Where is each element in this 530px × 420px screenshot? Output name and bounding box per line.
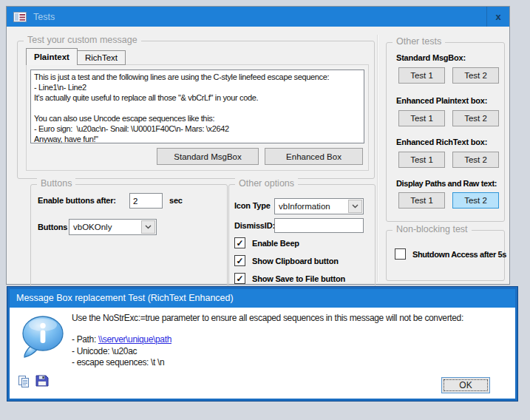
plaintext-test1-button[interactable]: Test 1 — [398, 110, 445, 126]
enable-after-input[interactable] — [129, 193, 163, 209]
standard-msgbox-section-label: Standard MsgBox: — [396, 53, 466, 62]
sec-label: sec — [169, 196, 183, 205]
group-nonblocking-label: Non-blocking test — [393, 224, 472, 234]
message-text-input[interactable]: This is just a test and the following li… — [30, 70, 364, 143]
dismissid-label: DismissID: — [234, 221, 275, 230]
tab-page-plaintext: This is just a test and the following li… — [26, 64, 369, 171]
msgbox-body: Use the NoStrExc:=true parameter to ensu… — [10, 308, 515, 399]
window-title: Tests — [33, 12, 55, 22]
enable-after-label: Enable buttons after: — [38, 196, 116, 205]
shutdown-row: Shutdown Access after 5s — [395, 248, 506, 260]
ok-button[interactable]: OK — [441, 377, 490, 393]
screen: Tests x Test your custom message Plainte… — [0, 0, 530, 420]
tests-window: Tests x Test your custom message Plainte… — [6, 6, 510, 285]
shutdown-label: Shutdown Access after 5s — [412, 250, 506, 259]
enhanced-plaintext-section-label: Enhanced Plaintext box: — [396, 96, 487, 105]
icon-type-combo-value: vbInformation — [279, 202, 330, 211]
dismissid-input[interactable] — [274, 218, 364, 233]
standard-msgbox-button[interactable]: Standard MsgBox — [157, 148, 259, 165]
chevron-down-icon[interactable] — [141, 220, 155, 234]
show-clipboard-row: ✓ Show Clipboard button — [234, 255, 339, 266]
group-buttons-label: Buttons — [37, 178, 75, 189]
show-save-row: ✓ Show Save to File button — [234, 273, 345, 284]
show-save-checkbox[interactable]: ✓ — [234, 273, 245, 284]
msgbox-titlebar: Message Box replacement Test (RichText E… — [10, 289, 515, 308]
standard-test2-button[interactable]: Test 2 — [452, 67, 499, 84]
buttons-combo[interactable]: vbOKOnly — [69, 219, 157, 235]
path-prefix: - Path: — [72, 334, 98, 345]
msgbox-intro-text: Use the NoStrExc:=true parameter to ensu… — [72, 313, 463, 323]
path-link[interactable]: \\server\unique\path — [98, 334, 171, 345]
msgbox-path-line: - Path: \\server\unique\path — [72, 334, 171, 345]
enhanced-box-button[interactable]: Enhanced Box — [265, 148, 363, 165]
tab-plaintext[interactable]: Plaintext — [26, 48, 78, 65]
paths-test2-button[interactable]: Test 2 — [452, 192, 499, 209]
display-paths-section-label: Display Paths and Raw text: — [396, 179, 497, 188]
chevron-down-icon[interactable] — [348, 200, 362, 213]
tab-strip: Plaintext RichText — [26, 48, 126, 65]
richtext-test1-button[interactable]: Test 1 — [398, 152, 445, 168]
close-icon[interactable]: x — [486, 7, 509, 27]
save-icon[interactable] — [35, 374, 49, 387]
show-save-label: Show Save to File button — [252, 274, 345, 283]
buttons-combo-label: Buttons — [38, 223, 67, 231]
msgbox-escape-line: - escape sequences: \t \n — [72, 357, 164, 368]
group-custom-message: Test your custom message Plaintext RichT… — [17, 41, 375, 179]
enhanced-richtext-section-label: Enhanced RichText box: — [396, 138, 487, 146]
msgbox-unicode-line: - Unicode: \u20ac — [72, 346, 137, 356]
group-nonblocking: Non-blocking test Shutdown Access after … — [386, 230, 505, 281]
richtext-test2-button[interactable]: Test 2 — [452, 152, 499, 168]
show-clipboard-checkbox[interactable]: ✓ — [234, 255, 245, 266]
buttons-combo-value: vbOKOnly — [73, 223, 112, 231]
enable-beep-label: Enable Beep — [252, 239, 299, 248]
plaintext-test2-button[interactable]: Test 2 — [452, 110, 499, 126]
icon-type-label: Icon Type — [234, 201, 271, 210]
group-other-tests: Other tests Standard MsgBox: Test 1 Test… — [386, 42, 505, 222]
paths-test1-button[interactable]: Test 1 — [398, 192, 445, 209]
vertical-divider — [377, 35, 378, 282]
group-custom-message-label: Test your custom message — [24, 35, 141, 45]
group-other-options: Other options Icon Type vbInformation Di… — [228, 184, 376, 295]
msgbox-dialog: Message Box replacement Test (RichText E… — [7, 287, 517, 401]
enable-beep-row: ✓ Enable Beep — [234, 237, 299, 248]
tab-richtext[interactable]: RichText — [78, 50, 126, 65]
group-other-options-label: Other options — [235, 178, 298, 189]
enable-beep-checkbox[interactable]: ✓ — [234, 237, 245, 248]
icon-type-combo[interactable]: vbInformation — [274, 198, 364, 214]
group-other-tests-label: Other tests — [393, 36, 445, 47]
show-clipboard-label: Show Clipboard button — [252, 257, 339, 265]
form-icon — [13, 12, 27, 22]
standard-test1-button[interactable]: Test 1 — [398, 67, 445, 84]
shutdown-checkbox[interactable] — [395, 248, 406, 260]
group-buttons: Buttons Enable buttons after: sec Button… — [30, 184, 228, 295]
tests-titlebar: Tests x — [7, 7, 509, 27]
info-bubble-icon — [19, 314, 65, 359]
copy-icon[interactable] — [18, 376, 30, 388]
